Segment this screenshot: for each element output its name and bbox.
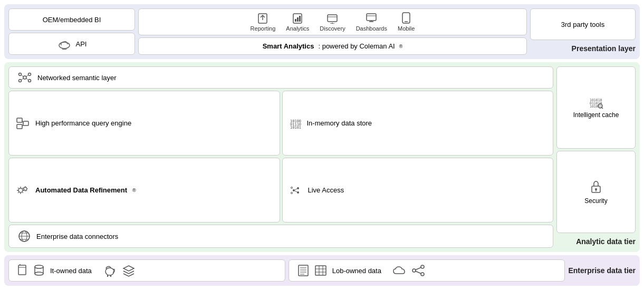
tool-mobile: Mobile <box>398 12 415 32</box>
live-access-icon <box>289 183 303 197</box>
api-box: API <box>8 33 135 55</box>
svg-rect-31 <box>23 121 28 125</box>
data-refinement-label: Automated Data Refinement <box>35 186 127 194</box>
svg-point-81 <box>412 269 416 272</box>
tool-dashboards: Dashboards <box>356 12 387 32</box>
table-icon <box>314 264 327 277</box>
data-store-icon: 10100 01110 10101 <box>289 117 302 130</box>
analytic-tier: Networked semantic layer High perfor <box>4 62 640 252</box>
security-label: Security <box>584 197 607 205</box>
svg-rect-75 <box>315 266 326 275</box>
cache-icon: 101010 011010 101001 <box>589 96 603 109</box>
enterprise-tier-title: Enterprise data tier <box>568 264 636 277</box>
svg-rect-30 <box>17 124 22 129</box>
it-owned-label: It-owned data <box>50 267 92 275</box>
analytic-main: Networked semantic layer High perfor <box>8 66 553 248</box>
svg-point-57 <box>595 188 597 190</box>
enterprise-tier: It-owned data <box>4 255 640 286</box>
svg-point-62 <box>35 265 43 268</box>
smart-suffix: : powered by Coleman AI <box>318 42 395 50</box>
data-refinement-box: Automated Data Refinement® <box>8 158 280 223</box>
document-icon <box>297 264 309 277</box>
smart-label: Smart Analytics <box>263 42 314 50</box>
connectors-label: Enterprise data connectors <box>36 233 118 240</box>
svg-line-26 <box>26 75 28 77</box>
svg-point-23 <box>19 80 22 82</box>
main-layout: OEM/embedded BI API <box>0 0 644 290</box>
it-owned-box: It-owned data <box>8 259 285 282</box>
smart-analytics-box: Smart Analytics: powered by Coleman AI® <box>138 37 527 55</box>
presentation-layer: OEM/embedded BI API <box>4 4 640 59</box>
network-icon <box>17 71 32 84</box>
svg-point-82 <box>421 273 424 276</box>
pres-right: 3rd party tools Presentation layer <box>530 8 636 55</box>
svg-line-28 <box>26 79 28 80</box>
svg-point-80 <box>421 265 424 268</box>
oem-box: OEM/embedded BI <box>8 8 135 31</box>
presentation-layer-title: Presentation layer <box>572 42 636 55</box>
svg-rect-10 <box>328 15 337 22</box>
cache-box: 101010 011010 101001 Intelligent cache <box>556 66 636 149</box>
svg-rect-59 <box>18 265 26 275</box>
bottom-middle-row: Automated Data Refinement® <box>8 158 553 223</box>
pres-layer-label: Presentation layer <box>530 42 636 55</box>
svg-point-21 <box>19 73 22 76</box>
query-engine-label: High performance query engine <box>35 119 131 127</box>
analytics-label: Analytics <box>286 25 309 32</box>
svg-line-25 <box>22 75 24 77</box>
svg-point-41 <box>297 191 299 194</box>
layers-icon <box>122 264 135 277</box>
svg-rect-8 <box>297 17 299 22</box>
discovery-label: Discovery <box>320 25 345 32</box>
reporting-label: Reporting <box>251 25 276 32</box>
svg-point-0 <box>59 42 70 49</box>
svg-line-44 <box>295 189 297 190</box>
security-box: Security <box>556 151 636 233</box>
analytic-tier-label: Analytic data tier <box>556 235 636 248</box>
svg-point-65 <box>35 272 43 275</box>
oem-label: OEM/embedded BI <box>43 16 101 24</box>
svg-rect-7 <box>295 19 296 22</box>
svg-point-43 <box>291 192 292 194</box>
svg-line-27 <box>22 79 24 80</box>
api-label: API <box>76 40 87 48</box>
svg-rect-9 <box>299 16 301 22</box>
svg-marker-69 <box>123 266 134 271</box>
lob-owned-box: Lob-owned data <box>289 259 565 282</box>
svg-rect-29 <box>17 118 22 122</box>
svg-line-2 <box>62 49 64 50</box>
mobile-label: Mobile <box>398 25 415 32</box>
server-icon <box>15 117 30 130</box>
enterprise-tier-label: Enterprise data tier <box>568 259 636 282</box>
gear-icon <box>15 183 30 197</box>
tools-row-box: Reporting Analytics <box>138 8 527 35</box>
tool-reporting: Reporting <box>251 12 276 32</box>
storage-icon <box>17 264 28 277</box>
analytic-right: 101010 011010 101001 Intelligent cache <box>556 66 636 248</box>
live-access-box: Live Access <box>282 158 554 223</box>
svg-line-83 <box>416 267 421 269</box>
svg-point-39 <box>293 189 295 191</box>
in-memory-box: 10100 01110 10101 In-memory data store <box>282 91 554 156</box>
cylinder-icon <box>33 264 45 277</box>
lock-icon <box>590 179 602 194</box>
svg-point-40 <box>297 187 299 189</box>
cloud-icon <box>57 38 72 50</box>
pres-left: OEM/embedded BI API <box>8 8 135 55</box>
smart-trademark: ® <box>399 44 403 49</box>
pres-center: Reporting Analytics <box>138 8 527 55</box>
svg-rect-14 <box>367 14 376 21</box>
svg-line-45 <box>295 191 297 192</box>
semantic-layer-label: Networked semantic layer <box>37 74 117 82</box>
svg-point-20 <box>23 76 26 79</box>
svg-point-24 <box>28 80 31 82</box>
cloud-icon-ent <box>392 265 407 276</box>
query-engine-box: High performance query engine <box>8 91 280 156</box>
svg-text:10101: 10101 <box>290 125 301 130</box>
svg-line-3 <box>64 49 66 50</box>
live-access-label: Live Access <box>308 186 344 194</box>
share-icon <box>412 264 425 277</box>
dashboards-label: Dashboards <box>356 25 387 32</box>
svg-line-84 <box>416 271 421 273</box>
svg-point-22 <box>28 73 31 76</box>
